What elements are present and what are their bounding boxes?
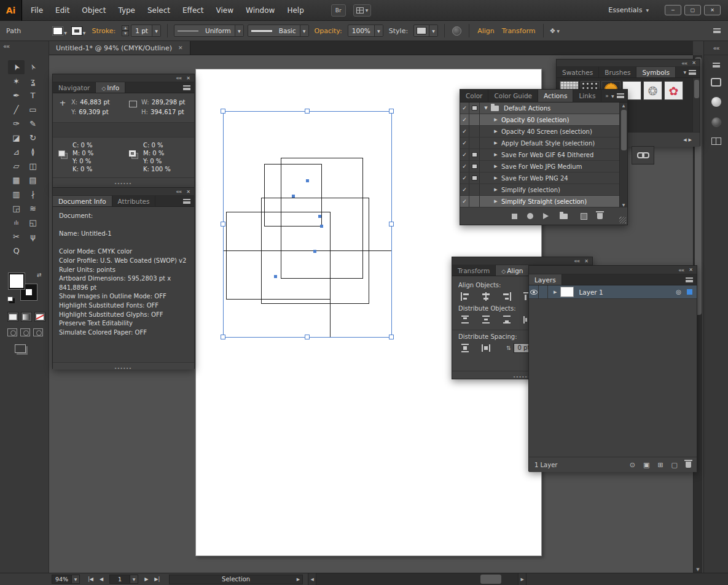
tab-color[interactable]: Color (460, 90, 488, 102)
chevron-down-icon[interactable]: ▼ (557, 29, 560, 33)
action-row[interactable]: ✓ ▶ Simplify Straight (selection) (460, 196, 627, 207)
scroll-up-icon[interactable]: ▲ (620, 103, 627, 107)
tab-overflow-icon[interactable]: » (605, 93, 609, 99)
column-graph-tool[interactable]: ılı (8, 215, 25, 230)
lock-toggle[interactable] (539, 285, 548, 298)
menu-item[interactable]: Object (76, 0, 112, 21)
dock-menu-icon[interactable] (713, 63, 720, 68)
type-tool[interactable]: T (25, 88, 41, 103)
expand-arrow-icon[interactable]: ▶ (492, 129, 499, 134)
new-layer-icon[interactable]: ▢ (671, 461, 678, 469)
scroll-right-icon[interactable]: ▶ (518, 573, 526, 585)
dock-panel-icon-swatch[interactable] (711, 78, 721, 87)
style-dropdown[interactable]: ▼ (413, 25, 438, 37)
align-left-button[interactable] (458, 290, 472, 302)
toggle-item-icon[interactable]: ✓ (460, 138, 469, 149)
tab-align[interactable]: ◇Align (496, 265, 529, 276)
panel-menu[interactable]: » ▼ (601, 90, 627, 102)
pen-tool[interactable]: ✒ (8, 88, 25, 103)
rotate-tool[interactable]: ↻ (25, 131, 41, 145)
color-button[interactable] (7, 312, 18, 322)
expand-panels-icon[interactable]: «« (704, 41, 728, 55)
status-popup-icon[interactable]: ▶ (297, 577, 300, 582)
dock-panel-icon-sphere-light[interactable] (711, 97, 721, 107)
stop-recording-icon[interactable] (512, 214, 517, 219)
globe-icon[interactable] (452, 26, 461, 36)
expand-arrow-icon[interactable]: ▶ (492, 141, 499, 145)
shape-builder-tool[interactable]: ◫ (25, 159, 41, 173)
tab-brushes[interactable]: Brushes (599, 67, 636, 77)
symbol-sprayer-tool[interactable]: ≋ (25, 201, 41, 215)
panel-menu[interactable] (179, 82, 194, 93)
artboard-dropdown-icon[interactable]: ▼ (130, 575, 138, 584)
expand-arrow-icon[interactable]: ▶ (492, 199, 499, 204)
close-panel-icon[interactable]: ✕ (584, 258, 589, 264)
bridge-button[interactable]: Br (331, 4, 346, 17)
align-panel-link[interactable]: Align (477, 27, 495, 35)
toggle-item-icon[interactable]: ✓ (460, 114, 469, 125)
dialog-toggle[interactable] (469, 114, 480, 125)
selection-tool[interactable]: ➤ (8, 60, 25, 74)
opacity-dropdown[interactable]: 100% ▼ (348, 25, 383, 37)
draw-inside-icon[interactable] (33, 328, 43, 336)
zoom-level-field[interactable]: 94% (52, 575, 72, 584)
new-set-folder-icon[interactable] (560, 214, 568, 219)
dialog-toggle[interactable] (469, 103, 480, 114)
dock-panel-icon-sphere-dark[interactable] (711, 117, 721, 127)
collapse-panel-icon[interactable]: «« (176, 75, 181, 81)
close-panel-icon[interactable]: ✕ (186, 189, 190, 195)
panel-menu[interactable] (179, 196, 194, 206)
eyedropper-tool[interactable]: ∤ (25, 187, 41, 201)
last-artboard-button[interactable]: ▶| (152, 576, 162, 582)
horizontal-scrollbar-thumb[interactable] (480, 575, 501, 584)
tab-transform[interactable]: Transform (452, 265, 496, 276)
action-row[interactable]: ✓ ▶ Save For Web GIF 64 Dithered (460, 149, 627, 161)
stroke-weight-dropdown[interactable]: 1 pt ▼ (131, 25, 161, 37)
play-action-icon[interactable] (543, 213, 549, 219)
first-artboard-button[interactable]: |◀ (85, 576, 96, 582)
tab-links[interactable]: Links (573, 90, 601, 102)
new-sublayer-icon[interactable]: ⊞ (657, 461, 663, 469)
vertical-spacing-button[interactable] (458, 342, 472, 354)
layer-name[interactable]: Layer 1 (579, 289, 603, 296)
delete-action-icon[interactable] (597, 213, 603, 219)
toggle-item-icon[interactable]: ✓ (460, 103, 469, 114)
tab-navigator[interactable]: Navigator (53, 82, 96, 93)
artboard-number-field[interactable]: 1 (109, 575, 130, 584)
toggle-item-icon[interactable]: ✓ (460, 196, 469, 207)
eraser-tool[interactable]: ◪ (8, 131, 25, 145)
paintbrush-tool[interactable]: ✑ (8, 117, 25, 131)
document-tab[interactable]: Untitled-1* @ 94% (CMYK/Outline) ✕ (49, 41, 190, 55)
expand-arrow-icon[interactable]: ▶ (492, 187, 499, 192)
draw-normal-icon[interactable] (7, 328, 17, 336)
panel-resize-grip[interactable] (53, 177, 194, 185)
prev-artboard-button[interactable]: ◀ (97, 576, 106, 582)
none-button[interactable] (34, 312, 45, 322)
toggle-item-icon[interactable]: ✓ (460, 184, 469, 195)
close-panel-icon[interactable]: ✕ (692, 60, 696, 66)
expand-arrow-icon[interactable]: ▶ (554, 290, 557, 295)
slice-tool[interactable]: ✂ (8, 230, 25, 244)
menu-item[interactable]: View (210, 0, 240, 21)
swap-fill-stroke-icon[interactable]: ⇄ (37, 272, 42, 278)
horizontal-scrollbar[interactable] (316, 573, 518, 585)
collapse-panel-icon[interactable]: «« (681, 60, 687, 66)
distribute-top-button[interactable] (458, 314, 472, 325)
panel-resize-grip[interactable] (53, 362, 194, 370)
collapse-tools-icon[interactable]: «« (3, 43, 9, 50)
locate-object-icon[interactable]: ⊙ (630, 461, 635, 469)
horizontal-spacing-button[interactable] (479, 342, 493, 354)
opacity-panel-link[interactable]: Opacity: (315, 27, 342, 35)
menu-item[interactable]: File (25, 0, 49, 21)
close-button[interactable]: ✕ (704, 5, 721, 15)
blend-tool[interactable]: ◲ (8, 201, 25, 215)
draw-behind-icon[interactable] (20, 328, 30, 336)
close-icon[interactable]: ✕ (178, 45, 183, 51)
dialog-toggle[interactable] (469, 138, 480, 149)
scroll-down-icon[interactable]: ▼ (620, 203, 627, 207)
stroke-weight-stepper[interactable]: ▲ ▼ (122, 25, 129, 36)
symbols-scroll-arrows[interactable]: ◀▶ (683, 138, 694, 142)
toggle-item-icon[interactable]: ✓ (460, 172, 469, 184)
panel-menu[interactable]: ▼ (679, 67, 700, 77)
tab-symbols[interactable]: Symbols (636, 67, 676, 77)
